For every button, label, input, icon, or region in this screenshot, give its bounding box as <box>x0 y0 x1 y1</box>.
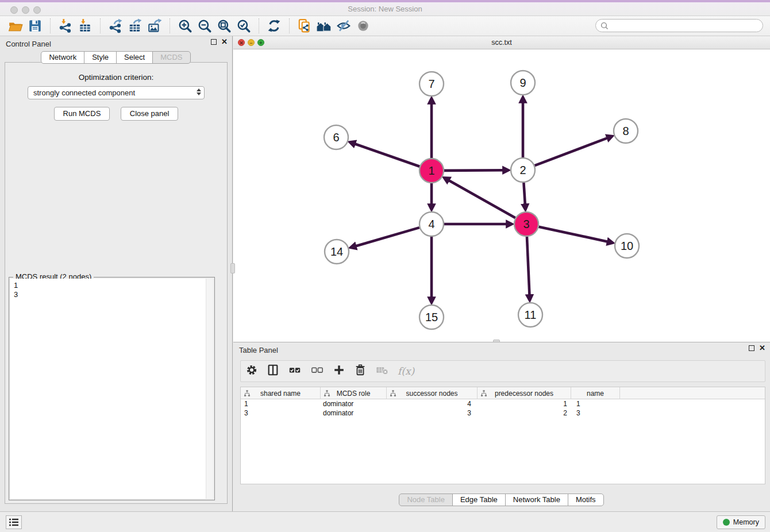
delete-table-icon[interactable] <box>375 364 389 379</box>
window-titlebar: Session: New Session <box>0 0 770 16</box>
main-toolbar <box>0 16 770 36</box>
network-canvas[interactable]: 7968124314101511 <box>233 49 770 342</box>
edge-3-1[interactable] <box>449 180 515 218</box>
mcds-result-group: MCDS result (2 nodes) 13 <box>9 277 215 500</box>
table-cell: 4 <box>387 399 478 408</box>
node-label-15: 15 <box>425 311 438 323</box>
control-panel: Control Panel ✕ NetworkStyleSelectMCDS O… <box>0 36 233 511</box>
table-header-row: shared nameMCDS rolesuccessor nodesprede… <box>241 387 765 399</box>
tab-motifs[interactable]: Motifs <box>568 494 604 506</box>
import-network-icon[interactable] <box>56 17 75 34</box>
list-icon <box>9 518 19 527</box>
node-label-4: 4 <box>428 218 434 230</box>
export-network-icon[interactable] <box>106 17 125 34</box>
node-label-14: 14 <box>330 245 343 258</box>
toolbar-separator <box>50 18 51 33</box>
edge-4-14[interactable] <box>356 228 419 246</box>
select-stepper-icon <box>197 88 201 95</box>
tab-network-table[interactable]: Network Table <box>505 494 568 506</box>
edge-1-2[interactable] <box>444 170 503 171</box>
column-header-predecessor-nodes[interactable]: predecessor nodes <box>478 387 571 399</box>
open-session-icon[interactable] <box>6 17 25 34</box>
tab-edge-table[interactable]: Edge Table <box>452 494 506 506</box>
tab-select[interactable]: Select <box>116 51 153 64</box>
node-label-6: 6 <box>333 131 339 144</box>
table-cell: dominator <box>321 408 387 418</box>
zoom-out-icon[interactable] <box>195 17 214 34</box>
table-cell: 2 <box>478 408 571 418</box>
memory-button[interactable]: Memory <box>717 515 765 529</box>
vertical-splitter-handle[interactable] <box>230 263 235 273</box>
mcds-result-line: 3 <box>14 290 210 299</box>
select-all-icon[interactable] <box>288 364 302 379</box>
close-panel-button[interactable]: Close panel <box>121 107 179 121</box>
memory-status-icon <box>723 519 730 526</box>
network-graph[interactable]: 7968124314101511 <box>233 49 770 342</box>
toggle-panel-icon[interactable] <box>267 364 279 379</box>
edge-2-3[interactable] <box>523 183 525 205</box>
function-builder-icon[interactable]: f(x) <box>398 365 414 377</box>
table-cell: 1 <box>241 399 321 408</box>
window-title: Session: New Session <box>0 5 770 13</box>
show-all-icon[interactable] <box>353 17 373 34</box>
result-scrollbar[interactable] <box>206 279 213 499</box>
mcds-result-box[interactable]: 13 <box>10 279 213 499</box>
tab-network[interactable]: Network <box>41 51 84 64</box>
table-panel-header: Table Panel ✕ <box>233 342 770 357</box>
zoom-fit-icon[interactable] <box>214 17 234 34</box>
table-panel-close-button[interactable]: ✕ <box>759 345 765 351</box>
table-cell: 1 <box>478 399 571 408</box>
save-session-icon[interactable] <box>25 17 45 34</box>
table-row[interactable]: 3dominator323 <box>241 408 765 418</box>
export-image-icon[interactable] <box>145 17 164 34</box>
column-label: name <box>587 390 604 398</box>
zoom-selected-icon[interactable] <box>234 17 253 34</box>
search-input[interactable] <box>595 19 763 32</box>
table-tabs: Node TableEdge TableNetwork TableMotifs <box>233 494 770 506</box>
zoom-in-icon[interactable] <box>175 17 195 34</box>
tab-mcds[interactable]: MCDS <box>152 51 190 64</box>
table-cell: dominator <box>321 399 387 408</box>
criterion-select[interactable]: strongly connected component <box>28 86 205 99</box>
column-label: successor nodes <box>406 390 457 398</box>
deselect-all-icon[interactable] <box>310 364 324 379</box>
network-list-button[interactable] <box>6 515 22 529</box>
hide-selected-icon[interactable] <box>334 17 353 34</box>
control-panel-tabs: NetworkStyleSelectMCDS <box>0 51 232 64</box>
network-window-titlebar: ✕ − + scc.txt <box>233 36 770 49</box>
export-table-icon[interactable] <box>125 17 145 34</box>
edge-3-10[interactable] <box>538 227 607 242</box>
clone-network-icon[interactable] <box>295 17 314 34</box>
table-row[interactable]: 1dominator411 <box>241 399 765 408</box>
table-settings-icon[interactable] <box>245 364 258 379</box>
column-header-MCDS-role[interactable]: MCDS role <box>321 387 387 399</box>
column-header-successor-nodes[interactable]: successor nodes <box>387 387 478 399</box>
node-label-3: 3 <box>523 218 529 230</box>
table-cell: 3 <box>387 408 478 418</box>
run-mcds-button[interactable]: Run MCDS <box>54 107 110 121</box>
node-table: shared nameMCDS rolesuccessor nodesprede… <box>240 387 765 484</box>
delete-columns-icon[interactable] <box>354 364 367 379</box>
tab-style[interactable]: Style <box>84 51 117 64</box>
create-column-icon[interactable] <box>333 364 345 379</box>
column-header-shared-name[interactable]: shared name <box>241 387 321 399</box>
import-table-icon[interactable] <box>75 17 95 34</box>
tab-node-table[interactable]: Node Table <box>399 494 453 506</box>
column-header-name[interactable]: name <box>571 387 620 399</box>
edge-1-6[interactable] <box>355 144 419 167</box>
table-cell: 1 <box>571 399 620 408</box>
node-label-7: 7 <box>428 78 434 90</box>
edge-2-8[interactable] <box>535 138 608 165</box>
status-bar: Memory <box>0 511 770 532</box>
control-panel-float-button[interactable] <box>211 39 217 45</box>
first-neighbors-icon[interactable] <box>314 17 334 34</box>
refresh-icon[interactable] <box>264 17 284 34</box>
table-panel-float-button[interactable] <box>749 345 754 351</box>
optimization-criterion-label: Optimization criterion: <box>5 73 227 82</box>
network-view-window: ✕ − + scc.txt 7968124314101511 <box>233 36 770 342</box>
control-panel-close-button[interactable]: ✕ <box>221 39 228 45</box>
table-panel-title: Table Panel <box>239 346 278 354</box>
control-panel-header: Control Panel ✕ <box>0 36 232 51</box>
control-panel-title: Control Panel <box>6 40 51 48</box>
edge-3-11[interactable] <box>527 237 530 295</box>
